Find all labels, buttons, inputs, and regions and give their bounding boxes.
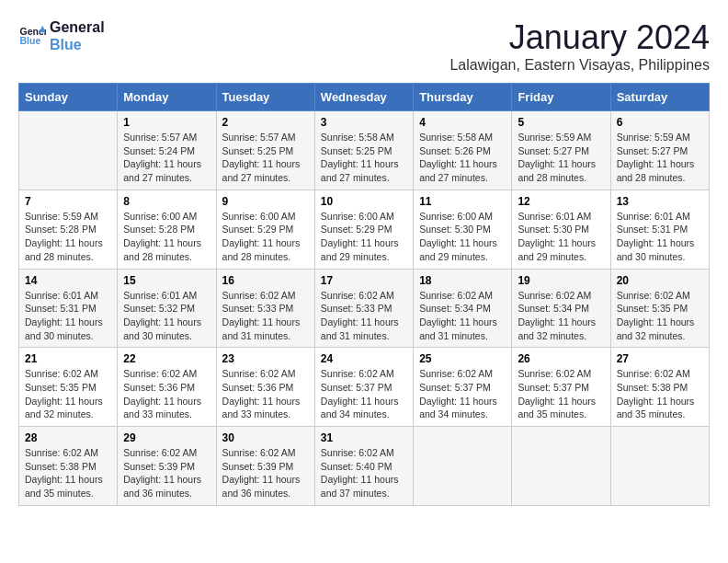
day-cell — [414, 427, 512, 506]
week-row-4: 28Sunrise: 6:02 AM Sunset: 5:38 PM Dayli… — [19, 427, 710, 506]
day-number: 9 — [222, 195, 309, 208]
day-info: Sunrise: 6:02 AM Sunset: 5:38 PM Dayligh… — [617, 367, 703, 421]
calendar-table: SundayMondayTuesdayWednesdayThursdayFrid… — [18, 83, 710, 506]
day-cell: 16Sunrise: 6:02 AM Sunset: 5:33 PM Dayli… — [216, 269, 314, 348]
day-info: Sunrise: 6:02 AM Sunset: 5:33 PM Dayligh… — [321, 289, 407, 343]
day-cell: 12Sunrise: 6:01 AM Sunset: 5:30 PM Dayli… — [512, 190, 610, 269]
svg-text:Blue: Blue — [20, 35, 41, 46]
day-cell: 27Sunrise: 6:02 AM Sunset: 5:38 PM Dayli… — [610, 348, 709, 427]
day-cell: 24Sunrise: 6:02 AM Sunset: 5:37 PM Dayli… — [314, 348, 413, 427]
day-number: 23 — [222, 352, 309, 365]
day-info: Sunrise: 5:59 AM Sunset: 5:27 PM Dayligh… — [518, 131, 604, 185]
day-cell: 10Sunrise: 6:00 AM Sunset: 5:29 PM Dayli… — [314, 190, 413, 269]
day-number: 2 — [222, 116, 309, 129]
header-saturday: Saturday — [610, 84, 709, 111]
day-cell: 28Sunrise: 6:02 AM Sunset: 5:38 PM Dayli… — [19, 427, 118, 506]
day-info: Sunrise: 6:02 AM Sunset: 5:37 PM Dayligh… — [518, 367, 604, 421]
day-number: 17 — [321, 274, 407, 287]
day-info: Sunrise: 6:01 AM Sunset: 5:31 PM Dayligh… — [617, 210, 703, 264]
day-number: 16 — [222, 274, 309, 287]
calendar-header: SundayMondayTuesdayWednesdayThursdayFrid… — [19, 84, 710, 111]
day-number: 27 — [617, 352, 703, 365]
day-info: Sunrise: 6:00 AM Sunset: 5:29 PM Dayligh… — [321, 210, 407, 264]
header-monday: Monday — [118, 84, 216, 111]
day-cell: 31Sunrise: 6:02 AM Sunset: 5:40 PM Dayli… — [314, 427, 413, 506]
day-cell — [512, 427, 610, 506]
day-cell: 23Sunrise: 6:02 AM Sunset: 5:36 PM Dayli… — [216, 348, 314, 427]
day-cell: 18Sunrise: 6:02 AM Sunset: 5:34 PM Dayli… — [414, 269, 512, 348]
header-thursday: Thursday — [414, 84, 512, 111]
day-info: Sunrise: 6:02 AM Sunset: 5:39 PM Dayligh… — [123, 446, 210, 500]
month-title: January 2024 — [449, 18, 710, 57]
day-cell: 21Sunrise: 6:02 AM Sunset: 5:35 PM Dayli… — [19, 348, 118, 427]
header-sunday: Sunday — [19, 84, 118, 111]
day-cell: 11Sunrise: 6:00 AM Sunset: 5:30 PM Dayli… — [414, 190, 512, 269]
day-cell: 25Sunrise: 6:02 AM Sunset: 5:37 PM Dayli… — [414, 348, 512, 427]
day-number: 28 — [25, 431, 111, 444]
day-cell: 1Sunrise: 5:57 AM Sunset: 5:24 PM Daylig… — [118, 111, 216, 190]
day-cell: 15Sunrise: 6:01 AM Sunset: 5:32 PM Dayli… — [118, 269, 216, 348]
day-info: Sunrise: 6:02 AM Sunset: 5:35 PM Dayligh… — [25, 367, 111, 421]
header-row: SundayMondayTuesdayWednesdayThursdayFrid… — [19, 84, 710, 111]
day-number: 21 — [25, 352, 111, 365]
day-number: 1 — [123, 116, 210, 129]
day-info: Sunrise: 6:02 AM Sunset: 5:34 PM Dayligh… — [518, 289, 604, 343]
day-number: 5 — [518, 116, 604, 129]
day-number: 8 — [123, 195, 210, 208]
week-row-1: 7Sunrise: 5:59 AM Sunset: 5:28 PM Daylig… — [19, 190, 710, 269]
day-cell: 30Sunrise: 6:02 AM Sunset: 5:39 PM Dayli… — [216, 427, 314, 506]
week-row-3: 21Sunrise: 6:02 AM Sunset: 5:35 PM Dayli… — [19, 348, 710, 427]
day-number: 6 — [617, 116, 703, 129]
day-cell: 29Sunrise: 6:02 AM Sunset: 5:39 PM Dayli… — [118, 427, 216, 506]
day-cell: 14Sunrise: 6:01 AM Sunset: 5:31 PM Dayli… — [19, 269, 118, 348]
day-number: 10 — [321, 195, 407, 208]
day-info: Sunrise: 6:02 AM Sunset: 5:38 PM Dayligh… — [25, 446, 111, 500]
day-cell: 3Sunrise: 5:58 AM Sunset: 5:25 PM Daylig… — [314, 111, 413, 190]
day-number: 19 — [518, 274, 604, 287]
day-info: Sunrise: 6:00 AM Sunset: 5:28 PM Dayligh… — [123, 210, 210, 264]
day-cell: 8Sunrise: 6:00 AM Sunset: 5:28 PM Daylig… — [118, 190, 216, 269]
day-info: Sunrise: 6:02 AM Sunset: 5:40 PM Dayligh… — [321, 446, 407, 500]
day-info: Sunrise: 6:00 AM Sunset: 5:29 PM Dayligh… — [222, 210, 309, 264]
logo-text-blue: Blue — [50, 36, 105, 53]
day-cell: 6Sunrise: 5:59 AM Sunset: 5:27 PM Daylig… — [610, 111, 709, 190]
day-cell: 22Sunrise: 6:02 AM Sunset: 5:36 PM Dayli… — [118, 348, 216, 427]
logo-icon: General Blue — [18, 22, 46, 50]
day-number: 7 — [25, 195, 111, 208]
day-info: Sunrise: 6:02 AM Sunset: 5:35 PM Dayligh… — [617, 289, 703, 343]
day-number: 30 — [222, 431, 309, 444]
day-cell — [610, 427, 709, 506]
logo: General Blue General Blue — [18, 18, 105, 53]
header-wednesday: Wednesday — [314, 84, 413, 111]
day-cell — [19, 111, 118, 190]
day-cell: 7Sunrise: 5:59 AM Sunset: 5:28 PM Daylig… — [19, 190, 118, 269]
day-info: Sunrise: 5:58 AM Sunset: 5:25 PM Dayligh… — [321, 131, 407, 185]
day-cell: 2Sunrise: 5:57 AM Sunset: 5:25 PM Daylig… — [216, 111, 314, 190]
day-number: 4 — [419, 116, 506, 129]
day-cell: 26Sunrise: 6:02 AM Sunset: 5:37 PM Dayli… — [512, 348, 610, 427]
day-cell: 9Sunrise: 6:00 AM Sunset: 5:29 PM Daylig… — [216, 190, 314, 269]
day-cell: 13Sunrise: 6:01 AM Sunset: 5:31 PM Dayli… — [610, 190, 709, 269]
day-number: 12 — [518, 195, 604, 208]
day-number: 24 — [321, 352, 407, 365]
day-info: Sunrise: 5:59 AM Sunset: 5:27 PM Dayligh… — [617, 131, 703, 185]
header-tuesday: Tuesday — [216, 84, 314, 111]
day-info: Sunrise: 5:59 AM Sunset: 5:28 PM Dayligh… — [25, 210, 111, 264]
day-info: Sunrise: 6:02 AM Sunset: 5:39 PM Dayligh… — [222, 446, 309, 500]
day-number: 11 — [419, 195, 506, 208]
location-subtitle: Lalawigan, Eastern Visayas, Philippines — [449, 57, 710, 74]
day-info: Sunrise: 6:02 AM Sunset: 5:33 PM Dayligh… — [222, 289, 309, 343]
week-row-0: 1Sunrise: 5:57 AM Sunset: 5:24 PM Daylig… — [19, 111, 710, 190]
day-number: 18 — [419, 274, 506, 287]
day-info: Sunrise: 6:01 AM Sunset: 5:32 PM Dayligh… — [123, 289, 210, 343]
day-info: Sunrise: 5:58 AM Sunset: 5:26 PM Dayligh… — [419, 131, 506, 185]
day-info: Sunrise: 5:57 AM Sunset: 5:24 PM Dayligh… — [123, 131, 210, 185]
day-number: 31 — [321, 431, 407, 444]
day-number: 29 — [123, 431, 210, 444]
day-number: 3 — [321, 116, 407, 129]
day-info: Sunrise: 6:02 AM Sunset: 5:37 PM Dayligh… — [321, 367, 407, 421]
day-info: Sunrise: 6:01 AM Sunset: 5:31 PM Dayligh… — [25, 289, 111, 343]
day-cell: 19Sunrise: 6:02 AM Sunset: 5:34 PM Dayli… — [512, 269, 610, 348]
calendar-body: 1Sunrise: 5:57 AM Sunset: 5:24 PM Daylig… — [19, 111, 710, 506]
title-block: January 2024 Lalawigan, Eastern Visayas,… — [449, 18, 710, 74]
